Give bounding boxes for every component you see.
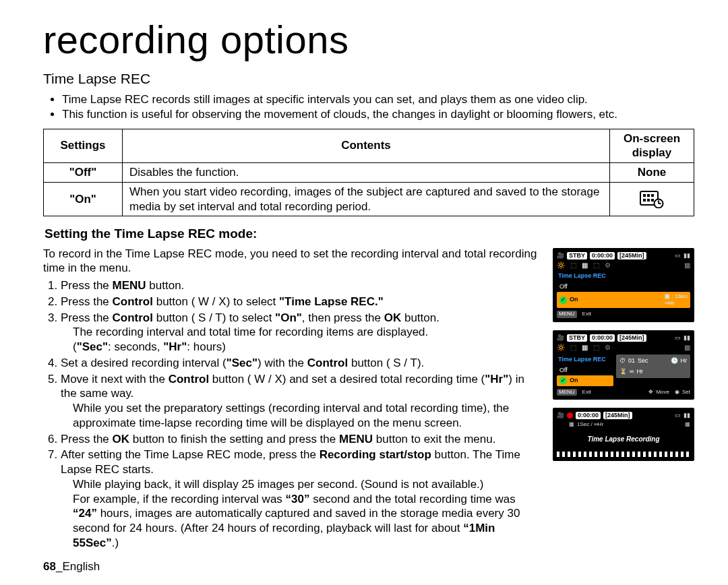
menu-item-on: ✓On <box>557 375 613 386</box>
menu-title: Time Lapse REC <box>558 272 690 280</box>
exit-label: Exit <box>582 311 591 317</box>
svg-rect-3 <box>651 194 654 197</box>
grid-icon: ▦ <box>685 421 690 428</box>
step: Press the Control button ( S / T) to sel… <box>61 311 541 355</box>
menu-item-on: ✓On ▦ : 1Sec∞Hr <box>557 292 690 308</box>
remaining: [245Min] <box>603 412 632 420</box>
move-icon: ✥ <box>648 389 653 396</box>
card-icon: ▭ <box>675 252 681 260</box>
battery-icon: ▮▮ <box>684 252 690 260</box>
table-row: "On" When you start video recording, ima… <box>44 182 694 216</box>
svg-rect-6 <box>651 199 654 202</box>
th-onscreen: On-screen display <box>610 129 694 163</box>
cam-icon: 🎥 <box>557 252 564 260</box>
step: Press the MENU button. <box>61 278 541 293</box>
svg-rect-4 <box>643 199 646 202</box>
inf-value: ∞ <box>630 368 634 376</box>
menu-item-off: Off <box>557 365 613 376</box>
remaining: [245Min] <box>617 334 646 342</box>
manual-page: recording options Time Lapse REC Time La… <box>0 0 728 585</box>
settings-table: Settings Contents On-screen display "Off… <box>43 129 694 217</box>
timelapse-icon <box>640 191 664 208</box>
menu-button-icon: MENU <box>557 311 577 317</box>
cam-icon: 🎥 <box>557 334 564 342</box>
svg-rect-1 <box>643 194 646 197</box>
menu-title: Time Lapse REC <box>558 356 613 364</box>
steps-list: Press the MENU button. Press the Control… <box>43 278 541 551</box>
step: Press the Control button ( W / X) to sel… <box>61 295 541 309</box>
cell-display: None <box>610 163 694 183</box>
status-badge: STBY <box>567 252 587 260</box>
sec-value: 01 <box>628 357 635 365</box>
cell-content: When you start video recording, images o… <box>123 182 610 216</box>
language-label: English <box>62 560 100 573</box>
step-sub: The recording interval and total time fo… <box>73 325 541 340</box>
exit-label: Exit <box>582 389 591 396</box>
cell-setting: "On" <box>44 182 123 216</box>
check-icon: ✓ <box>559 297 567 304</box>
th-settings: Settings <box>44 129 123 163</box>
lcd-screenshot-menu: 🎥 STBY 0:00:00 [245Min] ▭▮▮ 🔆⬚▦⬚⚙▦ Time … <box>553 248 694 322</box>
screenshots-column: 🎥 STBY 0:00:00 [245Min] ▭▮▮ 🔆⬚▦⬚⚙▦ Time … <box>553 247 694 552</box>
menu-button-icon: MENU <box>557 389 577 396</box>
remaining: [245Min] <box>617 252 646 260</box>
battery-icon: ▮▮ <box>684 334 690 342</box>
svg-rect-5 <box>647 199 650 202</box>
table-row: "Off" Disables the function. None <box>44 163 694 183</box>
lcd-screenshot-interval: 🎥 STBY 0:00:00 [245Min] ▭▮▮ 🔆⬚▦⬚⚙▦ Time … <box>553 330 694 400</box>
cam-icon: 🎥 <box>557 412 564 420</box>
battery-icon: ▮▮ <box>684 412 690 420</box>
step: Press the OK button to finish the settin… <box>61 432 541 447</box>
intro-item: This function is useful for observing th… <box>62 107 694 122</box>
record-dot-icon <box>567 412 573 419</box>
svg-rect-2 <box>647 194 650 197</box>
timecode: 0:00:00 <box>590 252 615 260</box>
status-badge: STBY <box>567 334 587 342</box>
set-icon: ◉ <box>675 389 679 396</box>
lcd-screenshot-recording: 🎥 0:00:00 [245Min] ▭▮▮ ▦ 1Sec / ∞Hr ▦ Ti… <box>553 408 694 462</box>
card-icon: ▭ <box>675 334 681 342</box>
sub-heading: Setting the Time Lapse REC mode: <box>44 226 694 242</box>
page-footer: 68_English <box>43 559 100 574</box>
card-icon: ▭ <box>675 412 681 420</box>
timecode: 0:00:00 <box>576 412 601 420</box>
interval-popup: ⏱01Sec 🕒Hr ⏳∞Hr <box>616 355 690 378</box>
page-number: 68 <box>43 560 56 573</box>
cell-setting: "Off" <box>44 163 123 183</box>
th-contents: Contents <box>123 129 610 163</box>
timecode: 0:00:00 <box>590 334 615 342</box>
recording-label: Time Lapse Recording <box>557 435 690 444</box>
menu-item-off: Off <box>557 282 690 292</box>
cell-content: Disables the function. <box>123 163 610 183</box>
step-sub: ("Sec": seconds, "Hr": hours) <box>73 340 541 355</box>
step-sub: For example, if the recording interval w… <box>73 492 541 551</box>
step-sub: While playing back, it will display 25 i… <box>73 477 541 492</box>
step: Move it next with the Control button ( W… <box>61 372 541 431</box>
instructions-column: To record in the Time Lapse REC mode, yo… <box>43 247 541 552</box>
clock-icon: 🕒 <box>671 357 678 365</box>
lead-paragraph: To record in the Time Lapse REC mode, yo… <box>43 247 541 276</box>
step-sub: While you set the preparatory settings (… <box>73 401 541 431</box>
intro-list: Time Lapse REC records still images at s… <box>43 92 694 122</box>
page-title: recording options <box>43 15 694 65</box>
step: Set a desired recording interval ("Sec")… <box>61 356 541 371</box>
cell-display-icon <box>610 182 694 216</box>
section-heading: Time Lapse REC <box>43 70 694 88</box>
set-label: Set <box>682 389 690 396</box>
intro-item: Time Lapse REC records still images at s… <box>62 92 694 107</box>
step: After setting the Time Lapse REC mode, p… <box>61 448 541 550</box>
grid-icon: ▦ <box>569 421 574 428</box>
grid-icon: ▦ <box>582 261 588 270</box>
progress-bar <box>557 452 690 457</box>
interval-info: 1Sec / ∞Hr <box>577 421 603 428</box>
move-label: Move <box>656 389 669 396</box>
check-icon: ✓ <box>559 377 567 384</box>
